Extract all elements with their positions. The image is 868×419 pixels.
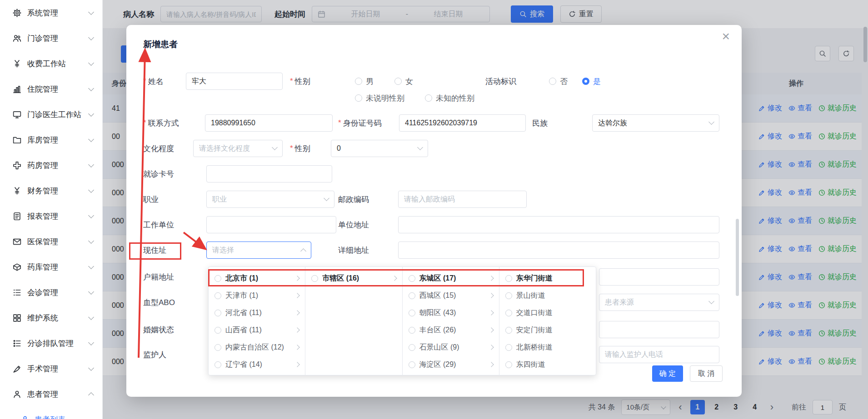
view-button[interactable]: 查看 (788, 104, 812, 113)
sidebar-item-consultation[interactable]: 会诊管理 (0, 280, 102, 305)
cascader-option[interactable]: 市辖区 (16) (305, 270, 402, 287)
reset-button[interactable]: 重置 (560, 5, 602, 23)
cascader-option[interactable]: 河北省 (11) (209, 304, 305, 321)
cascader-option[interactable]: 海淀区 (29) (403, 356, 499, 373)
id-number-input[interactable] (399, 114, 526, 132)
cascader-option[interactable]: 景山街道 (499, 287, 596, 304)
sidebar-item-doctor-workstation[interactable]: 门诊医生工作站 (0, 102, 102, 127)
view-button[interactable]: 查看 (788, 216, 812, 226)
edit-button[interactable]: 修改 (758, 272, 782, 282)
sidebar-item-pharmacy[interactable]: 药房管理 (0, 153, 102, 178)
edit-button[interactable]: 修改 (758, 329, 782, 338)
sidebar-item-finance[interactable]: 财务管理 (0, 178, 102, 203)
next-page-button[interactable]: › (768, 402, 775, 412)
page-number-3[interactable]: 3 (728, 400, 743, 414)
radio-option-unknown[interactable]: 未知的性别 (425, 93, 474, 104)
sidebar-item-surgery[interactable]: 手术管理 (0, 356, 102, 381)
radio-option-male[interactable]: 男 (355, 76, 374, 87)
history-button[interactable]: 就诊历史 (818, 272, 857, 282)
patient-source-select[interactable]: 患者来源 (599, 294, 719, 311)
history-button[interactable]: 就诊历史 (818, 132, 857, 141)
view-button[interactable]: 查看 (788, 329, 812, 338)
edit-button[interactable]: 修改 (758, 244, 782, 254)
detail-address-input[interactable] (398, 242, 719, 259)
history-button[interactable]: 就诊历史 (818, 301, 857, 310)
edit-button[interactable]: 修改 (758, 160, 782, 169)
cascader-option[interactable]: 东四街道 (499, 356, 596, 373)
view-button[interactable]: 查看 (788, 357, 812, 366)
view-button[interactable]: 查看 (788, 244, 812, 254)
cascader-option[interactable]: 天津市 (1) (209, 287, 305, 304)
education-select[interactable]: 请选择文化程度 (193, 140, 283, 157)
confirm-button[interactable]: 确 定 (652, 365, 683, 382)
occupation-select[interactable]: 职业 (206, 191, 334, 208)
name-input[interactable] (186, 73, 283, 90)
sidebar-item-maintenance[interactable]: 维护系统 (0, 305, 102, 330)
edit-button[interactable]: 修改 (758, 104, 782, 113)
radio-option-no[interactable]: 否 (549, 76, 568, 87)
cascader-option[interactable]: 辽宁省 (14) (209, 356, 305, 373)
page-number-2[interactable]: 2 (709, 400, 724, 414)
view-button[interactable]: 查看 (788, 188, 812, 197)
sidebar-item-system[interactable]: 系统管理 (0, 0, 102, 25)
page-scrollbar[interactable] (863, 27, 867, 62)
history-button[interactable]: 就诊历史 (818, 329, 857, 338)
cascader-option[interactable]: 内蒙古自治区 (12) (209, 339, 305, 356)
edit-button[interactable]: 修改 (758, 216, 782, 226)
view-button[interactable]: 查看 (788, 132, 812, 141)
cascader-option[interactable]: 东华门街道 (499, 270, 596, 287)
cascader-option[interactable]: 北京市 (1) (209, 270, 305, 287)
radio-option-female[interactable]: 女 (394, 76, 413, 87)
visit-card-input[interactable] (206, 165, 332, 182)
sidebar-item-triage-queue[interactable]: 分诊排队管理 (0, 330, 102, 356)
unit-address-input[interactable] (398, 216, 719, 233)
current-address-select[interactable]: 请选择 (206, 242, 311, 259)
postal-code-input[interactable] (398, 191, 527, 208)
sidebar-item-outpatient[interactable]: 门诊管理 (0, 25, 102, 51)
marital-status-input[interactable] (599, 321, 719, 338)
history-button[interactable]: 就诊历史 (818, 104, 857, 113)
view-button[interactable]: 查看 (788, 160, 812, 169)
contact-input[interactable] (205, 114, 333, 132)
radio-option-unstated[interactable]: 未说明性别 (355, 93, 404, 104)
sidebar-item-patient-management[interactable]: 患者管理 (0, 381, 102, 407)
edit-button[interactable]: 修改 (758, 357, 782, 366)
table-refresh-button[interactable] (838, 46, 854, 61)
history-button[interactable]: 就诊历史 (818, 188, 857, 197)
cascader-option[interactable]: 西城区 (15) (403, 287, 499, 304)
modal-scrollbar[interactable] (736, 219, 739, 296)
gender-code-select[interactable]: 0 (331, 140, 428, 157)
cascader-option[interactable]: 交道口街道 (499, 304, 596, 321)
household-address-input[interactable] (599, 268, 719, 286)
sidebar-item-patient-list[interactable]: 患者列表 (0, 407, 102, 419)
sidebar-item-insurance[interactable]: 医保管理 (0, 229, 102, 254)
history-button[interactable]: 就诊历史 (818, 216, 857, 226)
guardian-phone-input[interactable] (599, 346, 719, 363)
edit-button[interactable]: 修改 (758, 132, 782, 141)
goto-page-input[interactable] (813, 400, 833, 414)
prev-page-button[interactable]: ‹ (677, 402, 683, 412)
sidebar-item-drug-storage[interactable]: 药库管理 (0, 254, 102, 280)
cascader-option[interactable]: 安定门街道 (499, 321, 596, 339)
view-button[interactable]: 查看 (788, 301, 812, 310)
history-button[interactable]: 就诊历史 (818, 357, 857, 366)
cascader-option[interactable]: 东城区 (17) (403, 270, 499, 287)
edit-button[interactable]: 修改 (758, 301, 782, 310)
patient-name-input[interactable] (160, 6, 262, 22)
table-search-button[interactable] (815, 46, 830, 61)
cascader-option[interactable]: 石景山区 (9) (403, 339, 499, 356)
sidebar-item-warehouse[interactable]: 库房管理 (0, 127, 102, 153)
date-range-picker[interactable]: 开始日期 - 结束日期 (312, 6, 490, 22)
view-button[interactable]: 查看 (788, 272, 812, 282)
history-button[interactable]: 就诊历史 (818, 160, 857, 169)
page-size-select[interactable]: 10条/页 (621, 399, 670, 415)
cascader-option[interactable]: 丰台区 (26) (403, 321, 499, 339)
sidebar-item-reports[interactable]: 报表管理 (0, 203, 102, 229)
page-number-1[interactable]: 1 (690, 400, 705, 414)
cancel-button[interactable]: 取 消 (690, 365, 723, 382)
history-button[interactable]: 就诊历史 (818, 244, 857, 254)
radio-option-yes-selected[interactable]: 是 (582, 76, 601, 87)
cascader-option[interactable]: 朝阳区 (43) (403, 304, 499, 321)
cascader-option[interactable]: 山西省 (11) (209, 321, 305, 339)
sidebar-item-charging-station[interactable]: 收费工作站 (0, 51, 102, 76)
